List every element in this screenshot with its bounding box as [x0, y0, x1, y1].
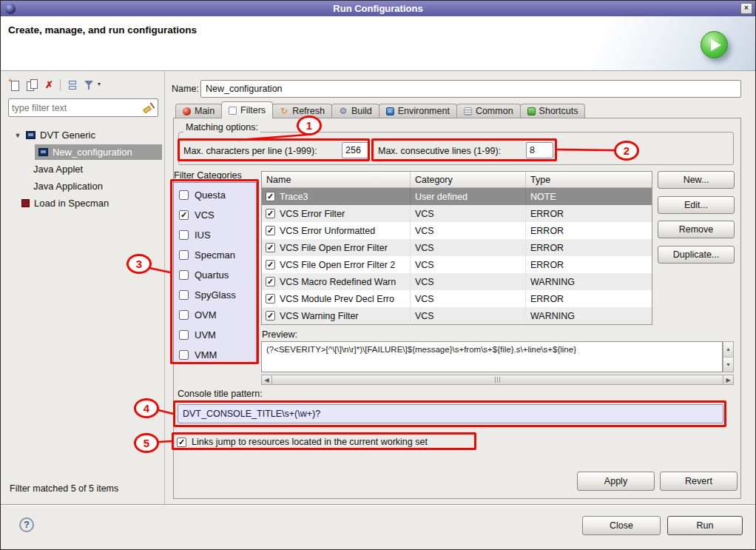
- tree-item-label: Java Applet: [33, 164, 83, 175]
- category-item-spyglass[interactable]: SpyGlass: [174, 285, 256, 305]
- category-item-ius[interactable]: IUS: [174, 225, 256, 245]
- tab-environment[interactable]: ≡ Environment: [379, 104, 457, 118]
- category-item-vmm[interactable]: VMM: [174, 345, 256, 364]
- row-name: Trace3: [280, 192, 308, 202]
- category-item-quartus[interactable]: Quartus: [174, 265, 256, 285]
- max-lines-label: Max. consecutive lines (1-99):: [378, 146, 501, 156]
- table-row[interactable]: ✓ VCS Error Unformatted VCS ERROR: [262, 222, 652, 239]
- checkbox[interactable]: [179, 270, 189, 280]
- tab-label: Refresh: [292, 106, 325, 116]
- filter-categories-label: Filter Categories: [174, 170, 242, 181]
- category-item-specman[interactable]: Specman: [174, 245, 256, 265]
- filter-menu-button[interactable]: ▾: [84, 79, 101, 91]
- tree-item-new-configuration[interactable]: New_configuration: [35, 144, 162, 160]
- expander-icon[interactable]: ▼: [14, 132, 21, 139]
- checkbox[interactable]: [179, 330, 189, 340]
- checkbox[interactable]: [179, 190, 189, 200]
- main-tab-icon: [183, 107, 191, 115]
- config-toolbar: + ✗ ▾: [10, 77, 101, 93]
- apply-button[interactable]: Apply: [577, 472, 655, 491]
- tab-main[interactable]: Main: [175, 104, 222, 118]
- column-header-category[interactable]: Category: [411, 172, 526, 187]
- tab-refresh[interactable]: ↻ Refresh: [272, 104, 332, 118]
- checkbox[interactable]: [179, 310, 189, 320]
- links-checkbox[interactable]: ✓: [177, 437, 186, 447]
- table-row[interactable]: ✓ VCS Warning Filter VCS WARNING: [262, 307, 652, 324]
- tree-item-load-in-specman[interactable]: Load in Specman: [7, 195, 162, 212]
- row-checkbox[interactable]: ✓: [266, 260, 275, 269]
- scroll-left-icon[interactable]: ◀: [262, 375, 272, 384]
- category-item-questa[interactable]: Questa: [174, 185, 256, 205]
- new-button[interactable]: New...: [658, 171, 735, 189]
- scroll-right-icon[interactable]: ▶: [723, 375, 733, 384]
- tab-common[interactable]: Common: [456, 104, 521, 118]
- row-checkbox[interactable]: ✓: [266, 226, 275, 235]
- clear-filter-icon[interactable]: [143, 102, 155, 114]
- checkbox[interactable]: [179, 230, 189, 240]
- checkbox[interactable]: [179, 250, 189, 260]
- filter-status-text: Filter matched 5 of 5 items: [10, 483, 118, 494]
- row-checkbox[interactable]: ✓: [266, 311, 275, 321]
- preview-box[interactable]: (?<SEVERITY>[^\[\]\n\r]*)\[FAILURE\]${me…: [261, 341, 723, 372]
- category-label: VMM: [195, 349, 217, 360]
- run-configurations-icon: [701, 31, 728, 58]
- filters-table: Name Category Type ✓ Trace3 User defined…: [261, 171, 652, 325]
- scrollbar-thumb[interactable]: [272, 375, 723, 384]
- titlebar: Run Configurations ×: [1, 1, 755, 16]
- category-label: SpyGlass: [195, 289, 236, 301]
- console-title-input[interactable]: [178, 404, 723, 423]
- row-checkbox[interactable]: ✓: [266, 277, 275, 286]
- checkbox[interactable]: [179, 290, 189, 300]
- table-row-trace3[interactable]: ✓ Trace3 User defined NOTE: [262, 188, 652, 205]
- window-close-icon[interactable]: ×: [740, 3, 752, 14]
- table-row[interactable]: ✓ VCS Macro Redefined Warn VCS WARNING: [262, 273, 652, 290]
- row-checkbox[interactable]: ✓: [266, 209, 275, 218]
- tab-build[interactable]: ⚙ Build: [331, 104, 379, 118]
- max-chars-input[interactable]: [342, 142, 369, 158]
- revert-button[interactable]: Revert: [660, 472, 738, 491]
- checkbox[interactable]: ✓: [179, 210, 189, 220]
- category-item-ovm[interactable]: OVM: [174, 305, 256, 325]
- row-type: WARNING: [526, 273, 652, 290]
- filter-text-input[interactable]: [12, 103, 143, 113]
- row-checkbox[interactable]: ✓: [266, 192, 275, 201]
- tree-item-label: DVT Generic: [40, 130, 95, 141]
- row-checkbox[interactable]: ✓: [266, 294, 275, 303]
- edit-button[interactable]: Edit...: [658, 196, 735, 214]
- tree-item-java-application[interactable]: Java Application: [7, 178, 162, 195]
- checkbox[interactable]: [179, 350, 189, 360]
- panel-sash[interactable]: [164, 71, 165, 504]
- scroll-up-icon[interactable]: ▲: [723, 342, 733, 358]
- row-category: VCS: [411, 239, 526, 256]
- category-item-vcs[interactable]: ✓ VCS: [174, 205, 256, 225]
- tab-shortcuts[interactable]: Shortcuts: [520, 104, 586, 118]
- tab-filters[interactable]: Filters: [221, 101, 273, 118]
- close-button[interactable]: Close: [582, 516, 661, 535]
- column-header-type[interactable]: Type: [526, 172, 652, 187]
- table-row[interactable]: ✓ VCS File Open Error Filter 2 VCS ERROR: [262, 256, 652, 273]
- delete-launch-config-button[interactable]: ✗: [45, 79, 53, 91]
- table-row[interactable]: ✓ VCS Module Prev Decl Erro VCS ERROR: [262, 290, 652, 307]
- specman-icon: [21, 199, 30, 207]
- row-category: VCS: [411, 222, 526, 239]
- duplicate-button[interactable]: Duplicate...: [658, 246, 735, 264]
- category-label: OVM: [195, 309, 217, 321]
- category-label: IUS: [195, 229, 211, 241]
- column-header-name[interactable]: Name: [262, 172, 411, 187]
- scroll-down-icon[interactable]: ▼: [723, 358, 733, 372]
- tree-item-dvt-generic[interactable]: ▼ DVT Generic: [7, 127, 162, 144]
- collapse-all-button[interactable]: [67, 80, 78, 91]
- table-row[interactable]: ✓ VCS File Open Error Filter VCS ERROR: [262, 239, 652, 256]
- duplicate-launch-config-button[interactable]: [27, 79, 38, 92]
- name-input[interactable]: [200, 80, 741, 98]
- table-row[interactable]: ✓ VCS Error Filter VCS ERROR: [262, 205, 652, 222]
- category-item-uvm[interactable]: UVM: [174, 325, 256, 345]
- max-lines-input[interactable]: [526, 142, 553, 158]
- new-launch-config-button[interactable]: +: [10, 79, 20, 92]
- run-button[interactable]: Run: [667, 516, 743, 535]
- help-button[interactable]: ?: [19, 517, 34, 532]
- toolbar-separator: [60, 79, 61, 91]
- tree-item-java-applet[interactable]: Java Applet: [7, 161, 162, 178]
- remove-button[interactable]: Remove: [658, 221, 735, 238]
- row-checkbox[interactable]: ✓: [266, 243, 275, 252]
